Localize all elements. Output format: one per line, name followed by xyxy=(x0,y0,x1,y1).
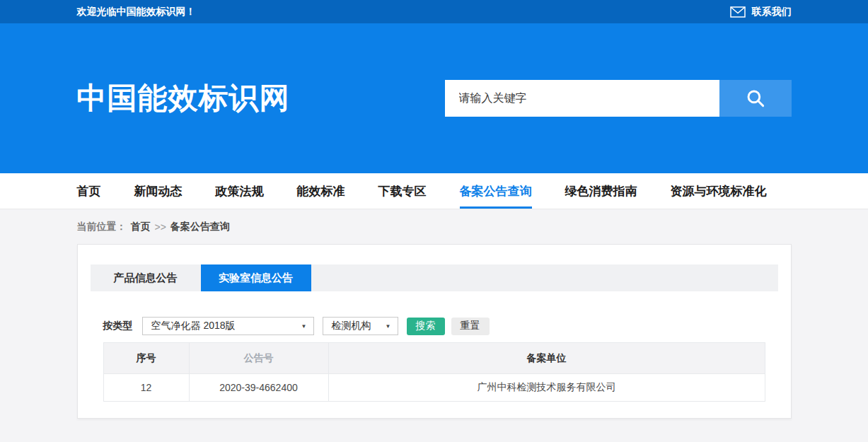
nav-item-policies[interactable]: 政策法规 xyxy=(216,173,264,209)
col-header-notice-no: 公告号 xyxy=(189,343,328,374)
type-select[interactable]: 空气净化器 2018版 ▼ xyxy=(142,317,314,335)
nav-item-home[interactable]: 首页 xyxy=(77,173,101,209)
tab-laboratory-info[interactable]: 实验室信息公告 xyxy=(201,264,311,291)
chevron-down-icon: ▼ xyxy=(301,323,307,330)
results-table: 序号 公告号 备案单位 12 2020-39-4662400 广州中科检测技术服… xyxy=(103,342,765,402)
breadcrumb-home-link[interactable]: 首页 xyxy=(131,221,151,233)
nav-item-green-consumption[interactable]: 绿色消费指南 xyxy=(565,173,637,209)
nav-item-standards[interactable]: 能效标准 xyxy=(297,173,345,209)
site-logo[interactable]: 中国能效标识网 xyxy=(77,78,290,118)
filter-row: 按类型 空气净化器 2018版 ▼ 检测机构 ▼ 搜索 重置 xyxy=(103,317,765,335)
table-header-row: 序号 公告号 备案单位 xyxy=(103,343,765,374)
nav-item-downloads[interactable]: 下载专区 xyxy=(378,173,427,209)
breadcrumb-bar: 当前位置： 首页 >> 备案公告查询 xyxy=(0,209,868,244)
nav-item-news[interactable]: 新闻动态 xyxy=(134,173,183,209)
envelope-icon xyxy=(730,6,746,18)
main-nav: 首页 新闻动态 政策法规 能效标准 下载专区 备案公告查询 绿色消费指南 资源与… xyxy=(0,173,868,209)
filter-reset-button[interactable]: 重置 xyxy=(451,318,490,335)
agency-select[interactable]: 检测机构 ▼ xyxy=(323,317,398,335)
filter-search-button[interactable]: 搜索 xyxy=(407,318,445,335)
col-header-record-unit: 备案单位 xyxy=(328,343,765,374)
nav-item-record-query[interactable]: 备案公告查询 xyxy=(460,173,532,209)
tab-product-info[interactable]: 产品信息公告 xyxy=(91,264,201,291)
search-box xyxy=(445,80,792,117)
filter-type-label: 按类型 xyxy=(103,320,133,332)
breadcrumb-separator: >> xyxy=(155,221,166,233)
contact-us-label: 联系我们 xyxy=(752,6,792,18)
nav-item-resources-environment[interactable]: 资源与环境标准化 xyxy=(671,173,767,209)
search-button[interactable] xyxy=(719,80,792,117)
content-card: 产品信息公告 实验室信息公告 按类型 空气净化器 2018版 ▼ 检测机构 ▼ … xyxy=(77,244,792,419)
type-select-value: 空气净化器 2018版 xyxy=(151,320,236,332)
cell-serial: 12 xyxy=(103,374,189,402)
col-header-serial: 序号 xyxy=(103,343,189,374)
top-utility-bar: 欢迎光临中国能效标识网！ 联系我们 xyxy=(0,0,868,23)
cell-notice-no: 2020-39-4662400 xyxy=(189,374,328,402)
cell-record-unit: 广州中科检测技术服务有限公司 xyxy=(328,374,765,402)
contact-us-link[interactable]: 联系我们 xyxy=(730,6,792,18)
site-header: 中国能效标识网 xyxy=(0,23,868,173)
breadcrumb-prefix: 当前位置： xyxy=(77,221,127,233)
tab-strip: 产品信息公告 实验室信息公告 xyxy=(91,264,778,291)
search-icon xyxy=(745,88,766,109)
table-row[interactable]: 12 2020-39-4662400 广州中科检测技术服务有限公司 xyxy=(103,374,765,402)
welcome-text: 欢迎光临中国能效标识网！ xyxy=(77,6,196,18)
breadcrumb: 当前位置： 首页 >> 备案公告查询 xyxy=(77,221,792,233)
agency-select-value: 检测机构 xyxy=(332,320,371,332)
chevron-down-icon: ▼ xyxy=(386,323,391,330)
breadcrumb-current: 备案公告查询 xyxy=(170,221,230,233)
search-input[interactable] xyxy=(445,80,719,117)
results-table-wrap: 序号 公告号 备案单位 12 2020-39-4662400 广州中科检测技术服… xyxy=(103,342,765,402)
